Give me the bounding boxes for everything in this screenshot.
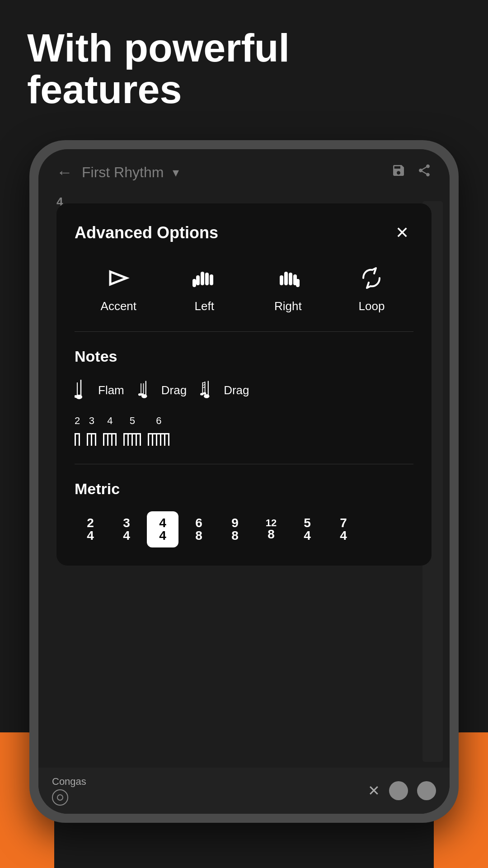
left-option[interactable]: Left	[188, 262, 220, 313]
metric-4-4-num: 4	[159, 517, 166, 529]
svg-point-20	[141, 393, 144, 396]
metric-9-8-num: 9	[231, 517, 239, 529]
svg-rect-2	[201, 272, 204, 285]
metric-9-8[interactable]: 9 8	[219, 511, 251, 547]
accent-label: Accent	[101, 299, 137, 313]
metric-3-4[interactable]: 3 4	[111, 511, 142, 547]
metric-3-4-den: 4	[123, 529, 130, 542]
metric-9-8-den: 8	[231, 529, 239, 542]
options-row: Accent	[75, 262, 413, 313]
loop-option[interactable]: Loop	[356, 262, 387, 313]
tuplets-row: 2 3	[75, 415, 413, 446]
bottom-close-button[interactable]: ✕	[368, 782, 380, 799]
modal-close-button[interactable]: ✕	[391, 222, 413, 244]
drum-target-icon[interactable]	[52, 789, 68, 806]
metric-3-4-num: 3	[123, 517, 130, 529]
tuplet-3[interactable]: 3	[87, 415, 96, 446]
drag2-note[interactable]: Drag	[200, 379, 249, 401]
bottom-drum-controls	[52, 789, 86, 806]
congas-label: Congas	[52, 776, 86, 788]
metric-12-8[interactable]: 12 8	[255, 513, 287, 546]
metric-7-4-den: 4	[340, 529, 347, 542]
modal-overlay: Advanced Options ✕ Accent	[38, 149, 450, 814]
bottom-left: Congas	[52, 776, 86, 806]
tuplet-4-num: 4	[107, 415, 113, 427]
svg-rect-3	[205, 273, 209, 285]
svg-rect-4	[210, 274, 213, 285]
tuplet-6-num: 6	[156, 415, 161, 427]
tuplet-2-num: 2	[75, 415, 80, 427]
svg-rect-6	[280, 275, 283, 285]
headline-line2: features	[27, 67, 182, 112]
metric-4-4-den: 4	[159, 529, 166, 542]
tuplet-6[interactable]: 6	[148, 415, 169, 446]
metric-5-4[interactable]: 5 4	[291, 511, 323, 547]
headline-line1: With powerful	[27, 25, 290, 70]
left-hand-icon	[188, 262, 220, 294]
svg-point-22	[204, 394, 209, 398]
bottom-bar: Congas ✕	[38, 768, 450, 814]
drag2-icon	[200, 379, 218, 401]
phone-inner: ← First Rhythm ▾	[38, 149, 450, 814]
left-label: Left	[195, 299, 214, 313]
right-label: Right	[274, 299, 302, 313]
accent-option[interactable]: Accent	[101, 262, 137, 313]
metric-12-8-num: 12	[266, 518, 277, 528]
metric-4-4[interactable]: 4 4	[147, 511, 178, 547]
modal-title: Advanced Options	[75, 223, 218, 242]
metric-6-8[interactable]: 6 8	[183, 511, 215, 547]
metric-section-title: Metric	[75, 480, 413, 498]
tuplet-4[interactable]: 4	[103, 415, 117, 446]
bottom-controls: ✕	[368, 781, 436, 800]
divider-2	[75, 464, 413, 464]
headline: With powerful features	[27, 27, 461, 111]
metric-6-8-num: 6	[195, 517, 202, 529]
metric-6-8-den: 8	[195, 529, 202, 542]
svg-point-23	[200, 393, 203, 395]
accent-icon	[103, 262, 134, 294]
modal-header: Advanced Options ✕	[75, 222, 413, 244]
loop-icon	[356, 262, 387, 294]
right-option[interactable]: Right	[272, 262, 304, 313]
svg-rect-7	[284, 272, 288, 285]
flam-note[interactable]: Flam	[75, 379, 124, 401]
tuplet-5-num: 5	[130, 415, 135, 427]
phone-screen: ← First Rhythm ▾	[38, 149, 450, 814]
divider-1	[75, 331, 413, 332]
metric-2-4-num: 2	[87, 517, 94, 529]
metric-7-4-num: 7	[340, 517, 347, 529]
metric-7-4[interactable]: 7 4	[328, 511, 359, 547]
svg-marker-0	[110, 272, 127, 284]
right-hand-icon	[272, 262, 304, 294]
loop-label: Loop	[359, 299, 385, 313]
svg-rect-1	[196, 275, 200, 285]
flam-label: Flam	[98, 383, 124, 397]
flam-icon	[75, 379, 93, 401]
drag1-note[interactable]: Drag	[138, 379, 187, 401]
bottom-dot-2[interactable]	[417, 781, 436, 800]
phone-wrapper: ← First Rhythm ▾	[29, 140, 459, 823]
drag1-icon	[138, 379, 156, 401]
metric-12-8-den: 8	[267, 528, 275, 541]
tuplet-3-num: 3	[89, 415, 94, 427]
advanced-options-modal: Advanced Options ✕ Accent	[56, 203, 432, 566]
metric-2-4[interactable]: 2 4	[75, 511, 106, 547]
svg-rect-8	[289, 273, 292, 285]
svg-rect-5	[192, 279, 196, 287]
drag1-label: Drag	[161, 383, 187, 397]
drag2-label: Drag	[224, 383, 249, 397]
metric-2-4-den: 4	[87, 529, 94, 542]
metric-5-4-den: 4	[304, 529, 311, 542]
notes-row: Flam Drag	[75, 379, 413, 401]
notes-section-title: Notes	[75, 348, 413, 365]
metric-row: 2 4 3 4 4 4 6 8	[75, 511, 413, 547]
tuplet-5[interactable]: 5	[123, 415, 141, 446]
tuplet-2[interactable]: 2	[75, 415, 80, 446]
svg-rect-10	[296, 279, 300, 287]
bottom-dot-1[interactable]	[389, 781, 408, 800]
svg-point-24	[203, 392, 206, 394]
metric-5-4-num: 5	[304, 517, 311, 529]
